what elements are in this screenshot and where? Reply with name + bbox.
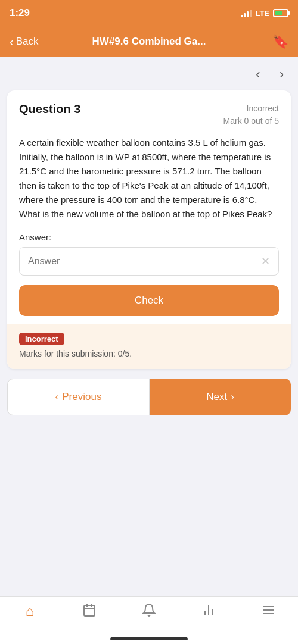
status-time: 1:29 [10,7,30,19]
svg-rect-0 [84,605,95,616]
question-text: A certain flexible weather balloon conta… [19,136,279,221]
answer-label: Answer: [19,232,279,242]
tab-bar: ⌂ [0,596,298,644]
next-page-arrow[interactable]: › [275,64,288,85]
status-icons: LTE [241,9,288,18]
chart-icon [201,603,216,621]
page-title: HW#9.6 Combined Ga... [92,36,206,48]
menu-icon [261,603,275,621]
back-button[interactable]: ‹ Back [10,36,38,48]
next-label: Next [206,391,227,403]
lte-label: LTE [255,9,269,18]
nav-buttons: ‹ Previous Next › [7,379,291,415]
score-status: Incorrect [224,102,279,115]
back-label: Back [16,36,39,48]
signal-icon [241,9,252,17]
incorrect-badge: Incorrect [19,333,64,345]
next-button[interactable]: Next › [150,379,291,415]
tab-calendar[interactable] [60,603,119,621]
card-header: Question 3 Incorrect Mark 0 out of 5 [19,102,279,127]
feedback-section: Incorrect Marks for this submission: 0/5… [7,324,291,369]
prev-chevron-icon: ‹ [55,391,59,403]
tab-notifications[interactable] [119,603,179,621]
back-chevron-icon: ‹ [10,36,14,48]
prev-page-arrow[interactable]: ‹ [251,64,265,85]
previous-label: Previous [62,391,101,403]
calendar-icon [82,603,97,621]
tab-menu[interactable] [238,603,298,621]
home-bar [110,637,188,640]
score-detail: Mark 0 out of 5 [224,115,279,127]
score-info: Incorrect Mark 0 out of 5 [224,102,279,127]
navigation-bar: ‹ Back HW#9.6 Combined Ga... 🔖 [0,26,298,57]
bell-icon [142,603,156,621]
answer-input-wrapper: ✕ [19,247,279,276]
next-chevron-icon: › [231,391,234,403]
home-icon: ⌂ [26,603,35,620]
status-bar: 1:29 LTE [0,0,298,26]
battery-icon [273,9,288,17]
previous-button[interactable]: ‹ Previous [7,379,150,415]
tab-stats[interactable] [179,603,238,621]
clear-icon[interactable]: ✕ [261,255,270,268]
tab-home[interactable]: ⌂ [0,603,60,620]
check-button[interactable]: Check [19,285,279,316]
feedback-text: Marks for this submission: 0/5. [19,349,279,358]
pagination-arrows: ‹ › [0,57,298,88]
answer-input[interactable] [28,256,261,267]
question-label: Question 3 [19,102,80,116]
question-card: Question 3 Incorrect Mark 0 out of 5 A c… [7,90,291,369]
bookmark-icon[interactable]: 🔖 [272,34,288,49]
